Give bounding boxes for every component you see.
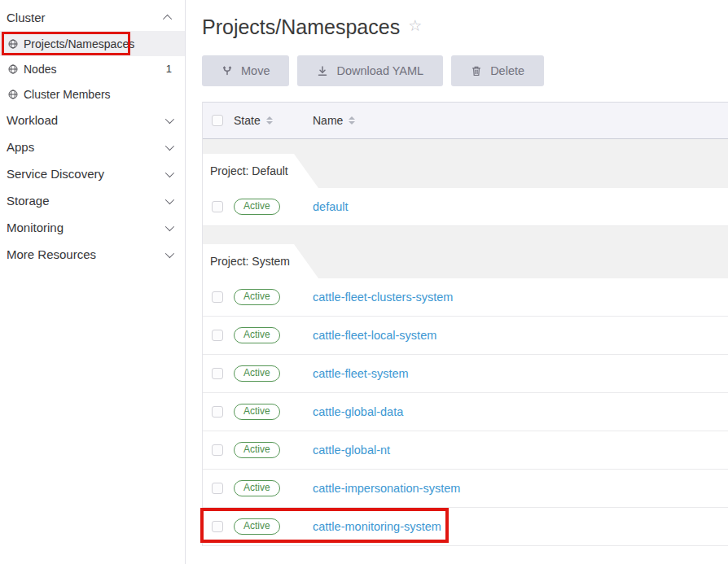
move-icon: [221, 65, 233, 77]
select-all-checkbox[interactable]: [212, 115, 223, 126]
group-tab: Project: System: [203, 244, 318, 278]
rancher-cluster-explorer: Cluster Projects/Namespaces Nodes 1: [0, 0, 728, 564]
sidebar-section-apps[interactable]: Apps: [0, 133, 185, 160]
status-badge: Active: [234, 404, 280, 420]
download-yaml-button-label: Download YAML: [336, 64, 423, 77]
table-header-row: State Name: [203, 102, 728, 139]
table-row: Active cattle-impersonation-system: [203, 470, 728, 508]
row-checkbox-cell: [212, 368, 223, 379]
state-cell: Active: [234, 518, 313, 535]
table-group: Project: System Active cattle-fleet-clus…: [203, 226, 728, 546]
group-header-band: Project: System: [203, 226, 728, 278]
sidebar-section-label: Workload: [7, 113, 165, 127]
name-cell: cattle-monitoring-system: [313, 520, 728, 533]
sidebar-section-label: Monitoring: [7, 221, 165, 234]
name-column-header[interactable]: Name: [313, 114, 728, 127]
download-yaml-button[interactable]: Download YAML: [297, 55, 443, 86]
state-column-header[interactable]: State: [234, 114, 313, 127]
sidebar-item-cluster-members[interactable]: Cluster Members: [0, 81, 185, 107]
table-body: Project: Default Active default Project:…: [203, 139, 728, 546]
status-badge: Active: [234, 199, 280, 215]
namespace-link[interactable]: cattle-monitoring-system: [313, 520, 441, 533]
sidebar-section-label: Service Discovery: [7, 167, 165, 181]
page-title: Projects/Namespaces: [202, 15, 400, 39]
namespace-link[interactable]: cattle-global-data: [313, 405, 403, 418]
row-checkbox[interactable]: [212, 406, 223, 418]
sidebar-section-storage[interactable]: Storage: [0, 187, 185, 214]
sidebar-item-nodes[interactable]: Nodes 1: [0, 56, 185, 81]
favorite-star-icon[interactable]: ☆: [408, 16, 422, 36]
delete-button-label: Delete: [490, 64, 524, 77]
group-label: Project: Default: [210, 164, 288, 177]
sidebar-item-label: Cluster Members: [24, 88, 111, 101]
row-checkbox[interactable]: [212, 368, 223, 379]
namespace-link[interactable]: cattle-impersonation-system: [313, 482, 460, 495]
download-icon: [317, 65, 328, 77]
move-button-label: Move: [241, 64, 270, 77]
chevron-icon: [165, 168, 174, 177]
sidebar-section: Storage: [0, 187, 185, 214]
sidebar-section: Workload: [0, 107, 185, 133]
sidebar-section-label: Storage: [7, 194, 165, 208]
sort-icon[interactable]: [349, 116, 355, 125]
namespace-link[interactable]: default: [313, 200, 349, 213]
page-header: Projects/Namespaces ☆: [202, 15, 728, 39]
namespace-link[interactable]: cattle-fleet-system: [313, 367, 409, 380]
row-checkbox[interactable]: [212, 444, 223, 456]
sidebar-section-service-discovery[interactable]: Service Discovery: [0, 160, 185, 187]
sort-icon[interactable]: [266, 116, 273, 125]
state-cell: Active: [234, 404, 313, 420]
name-cell: cattle-fleet-clusters-system: [313, 291, 728, 304]
main-content: Projects/Namespaces ☆ Move: [186, 0, 728, 564]
chevron-icon: [165, 141, 174, 150]
table-row: Active cattle-monitoring-system: [203, 508, 728, 546]
table-row: Active default: [203, 188, 728, 226]
name-cell: cattle-impersonation-system: [313, 482, 728, 495]
sidebar-item-projects-namespaces[interactable]: Projects/Namespaces: [0, 31, 185, 56]
sidebar-section-monitoring[interactable]: Monitoring: [0, 214, 185, 241]
row-checkbox[interactable]: [212, 521, 223, 532]
sidebar-item-count: 1: [166, 63, 172, 75]
status-badge: Active: [234, 518, 280, 535]
status-badge: Active: [234, 365, 280, 382]
sidebar-section-workload[interactable]: Workload: [0, 107, 185, 133]
group-header-band: Project: Default: [203, 139, 728, 188]
name-cell: default: [313, 200, 728, 213]
state-cell: Active: [234, 327, 313, 343]
row-checkbox-cell: [212, 201, 223, 212]
row-checkbox[interactable]: [212, 201, 223, 212]
trash-icon: [471, 65, 482, 77]
chevron-icon: [165, 114, 174, 123]
globe-icon: [8, 39, 18, 49]
sidebar-section-cluster[interactable]: Cluster: [0, 4, 185, 31]
namespace-link[interactable]: cattle-fleet-local-system: [313, 329, 436, 342]
sidebar-section-more-resources[interactable]: More Resources: [0, 241, 185, 268]
table-row: Active cattle-fleet-local-system: [203, 317, 728, 355]
row-checkbox[interactable]: [212, 291, 223, 303]
name-cell: cattle-fleet-local-system: [313, 329, 728, 342]
table-row: Active cattle-global-nt: [203, 431, 728, 470]
table-row: Active cattle-global-data: [203, 393, 728, 431]
status-badge: Active: [234, 442, 280, 458]
chevron-icon: [165, 248, 174, 257]
name-cell: cattle-fleet-system: [313, 367, 728, 380]
name-column-label: Name: [313, 114, 343, 127]
state-cell: Active: [234, 199, 313, 215]
state-cell: Active: [234, 480, 313, 496]
status-badge: Active: [234, 480, 280, 496]
group-label: Project: System: [210, 255, 290, 268]
move-button[interactable]: Move: [202, 55, 289, 86]
sidebar-section-label: Apps: [7, 140, 165, 154]
row-checkbox[interactable]: [212, 483, 223, 494]
namespace-link[interactable]: cattle-global-nt: [313, 444, 390, 457]
sidebar-section-items: Projects/Namespaces Nodes 1 Cluster Memb…: [0, 31, 185, 107]
delete-button[interactable]: Delete: [451, 55, 544, 86]
table-group: Project: Default Active default: [203, 139, 728, 226]
chevron-icon: [165, 221, 174, 230]
sidebar-section: Monitoring: [0, 214, 185, 241]
sidebar-section: Service Discovery: [0, 160, 185, 187]
chevron-icon: [165, 195, 174, 203]
row-checkbox[interactable]: [212, 330, 223, 341]
namespace-link[interactable]: cattle-fleet-clusters-system: [313, 291, 453, 304]
sidebar-section: Apps: [0, 133, 185, 160]
